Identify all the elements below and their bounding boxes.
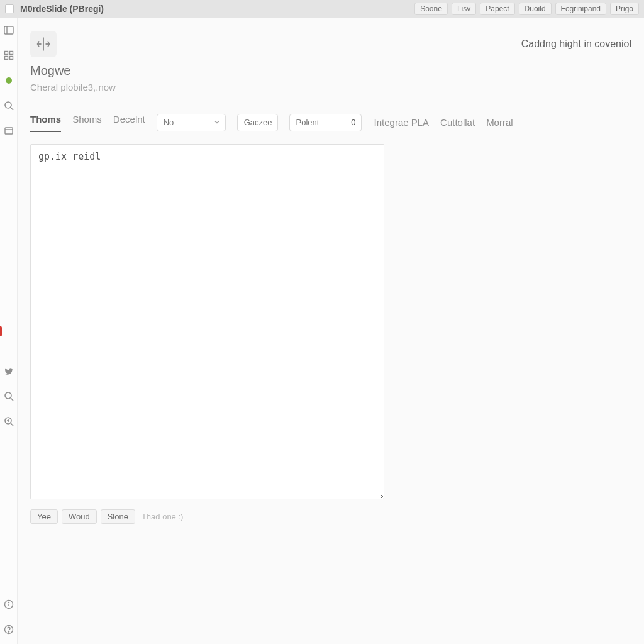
tab-decelnt[interactable]: Decelnt	[113, 114, 145, 131]
svg-rect-9	[5, 128, 13, 134]
box-icon[interactable]	[3, 125, 14, 136]
link-morral[interactable]: Morral	[486, 117, 513, 128]
svg-rect-3	[9, 52, 13, 55]
titlebar-btn-duoild[interactable]: Duoild	[519, 3, 552, 15]
titlebar-btn-soone[interactable]: Soone	[414, 3, 448, 15]
svg-rect-0	[4, 26, 13, 34]
svg-line-8	[11, 108, 13, 110]
page-title: Mogwe	[30, 64, 644, 78]
project-logo	[30, 31, 57, 57]
main-panel: Caddng hight in coveniol Mogwe Cheral pl…	[18, 18, 644, 644]
titlebar-btn-fogrinipand[interactable]: Fogrinipand	[555, 3, 606, 15]
help-icon[interactable]	[3, 624, 14, 635]
link-integrae[interactable]: Integrae PLA	[374, 117, 430, 128]
titlebar: M0rdeSlide (PBregi) Soone Lisv Papect Du…	[0, 0, 644, 18]
panel-icon[interactable]	[3, 25, 14, 36]
titlebar-btn-prigo[interactable]: Prigo	[610, 3, 639, 15]
svg-point-6	[6, 77, 12, 84]
svg-rect-5	[9, 57, 13, 60]
bird-icon[interactable]	[3, 365, 14, 377]
tab-toolbar: Thoms Shoms Decelnt No Gaczee Polent 0 I…	[18, 92, 644, 131]
chevron-down-icon	[214, 118, 220, 127]
grid-icon[interactable]	[3, 50, 14, 61]
gaczee-button[interactable]: Gaczee	[237, 114, 278, 131]
btn-woud[interactable]: Woud	[62, 509, 97, 524]
svg-rect-4	[4, 57, 8, 60]
left-rail	[0, 18, 18, 644]
polent-field[interactable]: Polent 0	[289, 114, 362, 131]
search-icon[interactable]	[3, 100, 14, 111]
polent-value: 0	[351, 118, 355, 127]
search2-icon[interactable]	[3, 391, 14, 402]
select-no[interactable]: No	[157, 114, 226, 131]
polent-label: Polent	[296, 118, 319, 127]
zoom-icon[interactable]	[3, 416, 14, 427]
info-icon[interactable]	[3, 599, 14, 610]
window-control[interactable]	[5, 4, 14, 13]
svg-line-12	[11, 398, 13, 401]
bottom-hint: Thad one :)	[142, 512, 184, 521]
svg-point-11	[5, 392, 11, 399]
svg-point-19	[8, 602, 9, 602]
dot-icon[interactable]	[3, 75, 14, 86]
tab-shoms[interactable]: Shoms	[72, 114, 102, 131]
btn-yee[interactable]: Yee	[30, 509, 58, 524]
page-subtitle: Cheral plobile3,.now	[30, 82, 644, 92]
link-cuttollat[interactable]: Cuttollat	[440, 117, 475, 128]
btn-slone[interactable]: Slone	[101, 509, 135, 524]
svg-rect-2	[4, 52, 8, 55]
bottom-button-row: Yee Woud Slone Thad one :)	[18, 502, 644, 524]
code-editor[interactable]	[30, 144, 384, 499]
select-no-value: No	[164, 118, 174, 127]
svg-point-21	[8, 631, 9, 632]
gaczee-label: Gaczee	[244, 118, 272, 127]
rail-active-indicator	[0, 326, 2, 336]
tab-thoms[interactable]: Thoms	[30, 114, 61, 132]
svg-line-14	[11, 423, 13, 426]
svg-point-7	[5, 102, 11, 108]
status-text: Caddng hight in coveniol	[521, 38, 631, 50]
app-title: M0rdeSlide (PBregi)	[20, 4, 104, 14]
titlebar-btn-lisv[interactable]: Lisv	[452, 3, 476, 15]
titlebar-btn-papect[interactable]: Papect	[480, 3, 514, 15]
